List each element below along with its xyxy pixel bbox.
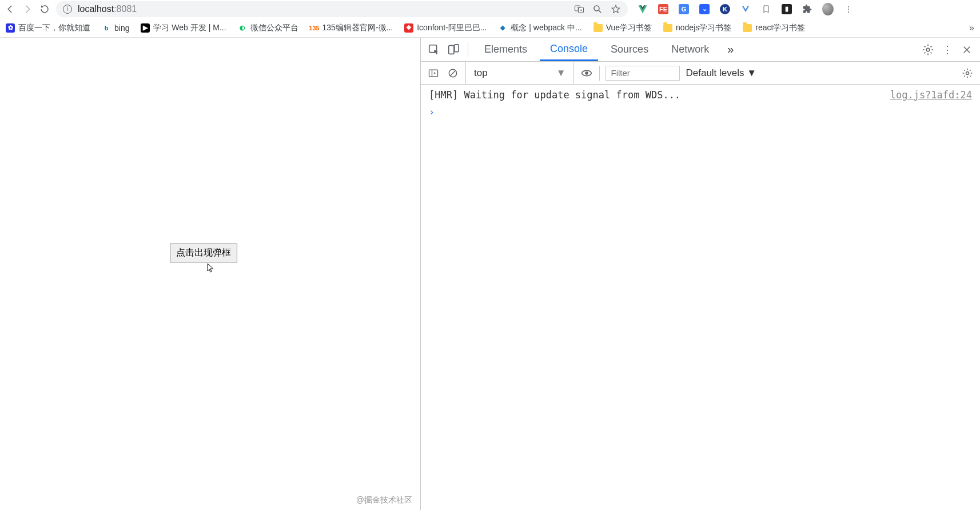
tab-console[interactable]: Console <box>540 38 598 61</box>
console-output: [HMR] Waiting for update signal from WDS… <box>421 85 980 510</box>
console-log-line: [HMR] Waiting for update signal from WDS… <box>429 89 972 101</box>
bookmark-label: bing <box>114 23 129 33</box>
browser-menu-button[interactable]: ⋮ <box>843 3 854 15</box>
svg-point-8 <box>926 48 930 51</box>
bookmark-item-1[interactable]: bbing <box>102 23 129 33</box>
reload-button[interactable] <box>39 3 50 15</box>
folder-icon <box>743 24 752 32</box>
extensions-puzzle-icon[interactable] <box>802 3 813 15</box>
console-sidebar-toggle-icon[interactable] <box>427 66 440 80</box>
bookmark-item-0[interactable]: ✿百度一下，你就知道 <box>6 23 90 33</box>
bookmark-label: react学习书签 <box>755 23 805 33</box>
popup-trigger-button[interactable]: 点击出现弹框 <box>170 244 237 262</box>
favicon: ◐ <box>238 23 247 33</box>
bookmark-label: 百度一下，你就知道 <box>18 23 90 33</box>
devtools-close-button[interactable] <box>958 41 975 58</box>
bookmark-item-4[interactable]: 135135编辑器官网-微... <box>310 23 393 33</box>
folder-icon <box>663 24 672 32</box>
bookmark-item-3[interactable]: ◐微信公众平台 <box>238 23 298 33</box>
nav-forward-button[interactable] <box>22 3 33 15</box>
bookmarks-overflow-button[interactable]: » <box>969 23 974 33</box>
bookmark-item-2[interactable]: ▶学习 Web 开发 | M... <box>141 23 226 33</box>
bookmark-outline-icon[interactable] <box>760 3 772 15</box>
ext-k-icon[interactable]: K <box>719 3 731 15</box>
favicon: 135 <box>310 23 319 33</box>
bookmark-item-7[interactable]: Vue学习书签 <box>593 23 652 33</box>
console-settings-icon[interactable] <box>961 66 974 80</box>
svg-rect-6 <box>449 45 454 54</box>
svg-rect-7 <box>455 44 459 51</box>
content-split: 点击出现弹框 @掘金技术社区 Elements Console Sources … <box>0 38 980 510</box>
ext-v-icon[interactable] <box>740 3 751 15</box>
bookmark-label: 微信公众平台 <box>250 23 298 33</box>
log-message-text: [HMR] Waiting for update signal from WDS… <box>429 89 885 101</box>
favicon: ❖ <box>404 23 413 33</box>
zoom-icon[interactable] <box>592 4 603 14</box>
star-icon[interactable] <box>611 4 621 14</box>
bookmark-label: Iconfont-阿里巴巴... <box>417 23 487 33</box>
bookmark-label: nodejs学习书签 <box>676 23 731 33</box>
console-filter-input[interactable] <box>605 66 680 81</box>
svg-point-12 <box>585 71 589 75</box>
mouse-cursor-icon <box>207 263 215 273</box>
extension-icons: FE G ⌄ K ▮ ⋮ <box>634 3 858 15</box>
bookmark-item-5[interactable]: ❖Iconfont-阿里巴巴... <box>404 23 487 33</box>
favicon: ▶ <box>141 23 150 33</box>
console-toolbar: top▼ Default levels ▼ <box>421 62 980 85</box>
ext-fe-icon[interactable]: FE <box>658 3 669 15</box>
omnibox[interactable]: i localhost:8081 文A <box>56 1 628 17</box>
bookmark-item-8[interactable]: nodejs学习书签 <box>663 23 731 33</box>
favicon: ◆ <box>498 23 507 33</box>
console-prompt[interactable]: › <box>429 106 972 118</box>
tab-network[interactable]: Network <box>661 38 719 61</box>
devtools-panel: Elements Console Sources Network » ⋮ top… <box>420 38 980 510</box>
ext-dark-icon[interactable]: ▮ <box>781 3 792 15</box>
bookmark-label: 概念 | webpack 中... <box>511 23 581 33</box>
tabs-overflow-button[interactable]: » <box>722 43 739 56</box>
bookmarks-bar: ✿百度一下，你就知道bbing▶学习 Web 开发 | M...◐微信公众平台1… <box>0 18 980 38</box>
svg-point-13 <box>966 71 969 74</box>
folder-icon <box>593 24 603 32</box>
bookmark-item-6[interactable]: ◆概念 | webpack 中... <box>498 23 581 33</box>
bookmark-label: 学习 Web 开发 | M... <box>153 23 226 33</box>
favicon: ✿ <box>6 23 15 33</box>
clear-console-icon[interactable] <box>446 66 460 80</box>
inspect-element-icon[interactable] <box>425 41 443 58</box>
svg-point-4 <box>594 6 599 11</box>
svg-rect-9 <box>429 70 438 77</box>
ext-blue-icon[interactable]: ⌄ <box>699 3 710 15</box>
svg-text:文: 文 <box>577 6 580 10</box>
bookmark-label: 135编辑器官网-微... <box>322 23 393 33</box>
site-info-icon[interactable]: i <box>63 5 72 14</box>
url-text: localhost:8081 <box>78 4 137 14</box>
devtools-tabstrip: Elements Console Sources Network » ⋮ <box>421 38 980 62</box>
browser-address-bar: i localhost:8081 文A FE G ⌄ K ▮ ⋮ <box>0 0 980 18</box>
live-expression-icon[interactable] <box>580 66 593 80</box>
log-levels-selector[interactable]: Default levels ▼ <box>686 67 756 79</box>
devtools-settings-icon[interactable] <box>919 41 937 58</box>
svg-text:A: A <box>580 8 583 11</box>
omnibox-actions: 文A <box>574 4 621 14</box>
profile-avatar[interactable] <box>822 3 834 15</box>
execution-context-selector[interactable]: top▼ <box>465 62 574 84</box>
devtools-menu-button[interactable]: ⋮ <box>939 41 956 58</box>
vue-devtools-icon[interactable] <box>637 3 648 15</box>
device-toolbar-icon[interactable] <box>445 41 462 58</box>
translate-icon[interactable]: 文A <box>574 4 584 14</box>
tab-sources[interactable]: Sources <box>600 38 659 61</box>
favicon: b <box>102 23 111 33</box>
nav-back-button[interactable] <box>5 3 16 15</box>
tab-elements[interactable]: Elements <box>474 38 537 61</box>
ext-gtranslate-icon[interactable]: G <box>678 3 690 15</box>
log-source-link[interactable]: log.js?1afd:24 <box>890 89 972 101</box>
bookmark-item-9[interactable]: react学习书签 <box>743 23 805 33</box>
page-viewport: 点击出现弹框 @掘金技术社区 <box>0 38 420 510</box>
bookmark-label: Vue学习书签 <box>606 23 652 33</box>
watermark-text: @掘金技术社区 <box>356 495 412 505</box>
